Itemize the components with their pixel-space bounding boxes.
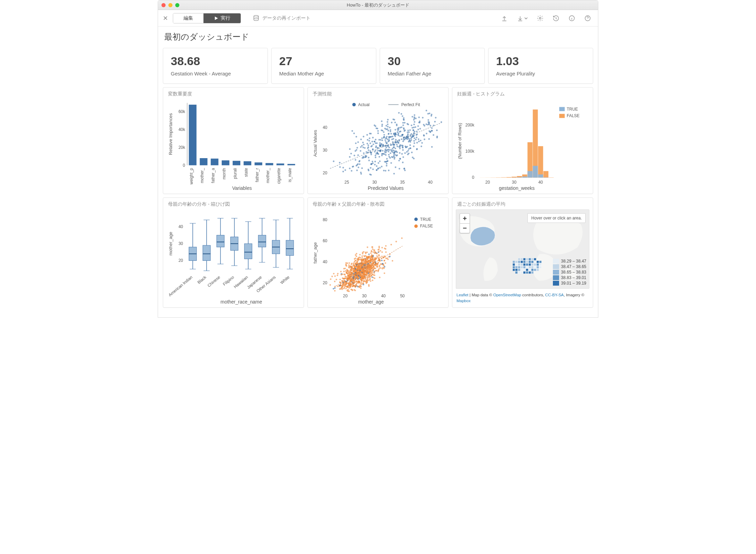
svg-point-396 xyxy=(384,134,385,136)
svg-point-498 xyxy=(395,166,397,168)
svg-text:30: 30 xyxy=(372,180,377,185)
svg-rect-1837 xyxy=(526,263,528,266)
close-icon[interactable]: ✕ xyxy=(163,14,168,22)
svg-point-81 xyxy=(413,142,415,144)
svg-point-327 xyxy=(370,152,372,154)
svg-point-1395 xyxy=(367,271,369,273)
mapbox-link[interactable]: Mapbox xyxy=(456,299,471,303)
cc-link[interactable]: CC-BY-SA xyxy=(545,293,564,297)
svg-point-93 xyxy=(404,122,406,124)
traffic-close[interactable] xyxy=(161,3,166,7)
reimport-button[interactable]: データの再インポート xyxy=(253,15,311,22)
svg-rect-1835 xyxy=(521,263,523,266)
svg-text:mother_: mother_ xyxy=(265,168,270,183)
svg-point-1658 xyxy=(356,264,358,266)
svg-point-245 xyxy=(403,128,405,130)
download-button[interactable] xyxy=(515,13,530,24)
svg-point-323 xyxy=(342,171,344,173)
kpi-value: 30 xyxy=(388,54,477,68)
svg-point-403 xyxy=(416,134,417,136)
svg-text:20: 20 xyxy=(323,171,327,175)
svg-point-364 xyxy=(428,121,429,123)
svg-point-1183 xyxy=(355,254,357,256)
svg-point-524 xyxy=(394,134,396,135)
svg-point-1649 xyxy=(361,276,363,278)
svg-point-189 xyxy=(430,125,431,126)
svg-rect-1826 xyxy=(526,261,528,263)
svg-rect-1842 xyxy=(539,263,542,266)
map-canvas[interactable]: + − Hover over or click an area. 38.29 –… xyxy=(456,209,589,289)
svg-text:TRUE: TRUE xyxy=(420,217,431,222)
svg-point-246 xyxy=(372,168,374,170)
svg-point-283 xyxy=(381,140,383,141)
svg-point-206 xyxy=(426,110,427,112)
zoom-in-button[interactable]: + xyxy=(460,214,470,223)
chart-variable-importance: 変数重要度 020k40k60kRelative Importancesweig… xyxy=(163,87,304,194)
svg-point-438 xyxy=(427,113,429,115)
svg-rect-1865 xyxy=(518,271,520,274)
traffic-zoom[interactable] xyxy=(175,3,179,7)
kpi-label: Gestation Week - Average xyxy=(171,71,260,76)
svg-point-425 xyxy=(390,133,392,135)
svg-text:30: 30 xyxy=(178,241,183,246)
history-button[interactable] xyxy=(550,13,561,24)
svg-rect-1845 xyxy=(518,266,520,268)
svg-text:0: 0 xyxy=(183,163,185,168)
edit-button[interactable]: 編集 xyxy=(173,13,203,23)
svg-point-1397 xyxy=(333,288,334,290)
svg-point-989 xyxy=(361,283,363,285)
svg-text:month: month xyxy=(222,168,227,179)
svg-text:60: 60 xyxy=(323,238,327,243)
svg-rect-1832 xyxy=(513,263,515,266)
svg-point-104 xyxy=(364,147,366,149)
svg-point-1764 xyxy=(368,269,369,271)
settings-button[interactable] xyxy=(535,13,546,24)
svg-point-1688 xyxy=(368,261,369,263)
chart-prediction-performance: 予測性能 ActualPerfect Fit25303540203040Pred… xyxy=(307,87,449,194)
svg-point-1766 xyxy=(365,263,366,265)
svg-point-1771 xyxy=(363,275,364,276)
upload-button[interactable] xyxy=(499,13,510,24)
svg-point-435 xyxy=(358,166,359,168)
svg-point-340 xyxy=(405,145,406,147)
svg-point-1665 xyxy=(357,268,359,269)
svg-point-1168 xyxy=(375,268,376,269)
svg-point-445 xyxy=(402,141,404,142)
svg-point-1433 xyxy=(363,284,364,286)
traffic-minimize[interactable] xyxy=(168,3,172,7)
svg-point-1372 xyxy=(345,280,347,282)
svg-point-1220 xyxy=(370,280,371,282)
svg-point-429 xyxy=(356,147,358,149)
svg-point-918 xyxy=(360,281,362,283)
svg-point-61 xyxy=(390,131,391,132)
svg-point-1717 xyxy=(355,268,356,270)
svg-text:TRUE: TRUE xyxy=(567,107,578,112)
reimport-label: データの再インポート xyxy=(262,15,311,21)
info-button[interactable] xyxy=(566,13,577,24)
svg-point-1583 xyxy=(343,271,345,273)
svg-point-1374 xyxy=(357,260,358,262)
svg-text:(Number of Rows): (Number of Rows) xyxy=(457,123,462,159)
svg-rect-13 xyxy=(222,160,229,165)
svg-rect-10 xyxy=(189,105,196,165)
svg-rect-1838 xyxy=(528,263,531,266)
osm-link[interactable]: OpenStreetMap xyxy=(493,293,521,297)
svg-point-188 xyxy=(393,173,395,175)
svg-rect-1858 xyxy=(523,269,526,271)
svg-point-96 xyxy=(404,152,406,154)
run-button[interactable]: 実行 xyxy=(203,13,241,23)
svg-point-1699 xyxy=(355,275,357,276)
svg-point-349 xyxy=(368,140,370,142)
help-button[interactable] xyxy=(582,13,593,24)
zoom-out-button[interactable]: − xyxy=(460,223,470,233)
kpi-value: 27 xyxy=(279,54,368,68)
leaflet-link[interactable]: Leaflet xyxy=(456,293,469,297)
svg-point-273 xyxy=(385,150,386,152)
svg-point-1662 xyxy=(353,264,355,266)
svg-point-200 xyxy=(360,173,362,175)
svg-point-1537 xyxy=(369,278,371,280)
svg-point-1366 xyxy=(382,263,384,265)
svg-point-91 xyxy=(359,163,360,165)
svg-point-474 xyxy=(370,146,372,147)
svg-point-951 xyxy=(379,266,380,268)
